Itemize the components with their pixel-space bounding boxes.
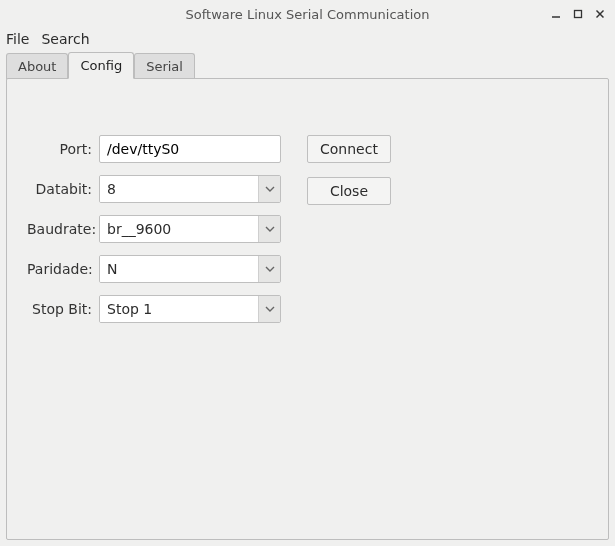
close-icon[interactable] bbox=[593, 7, 607, 21]
close-button[interactable]: Close bbox=[307, 177, 391, 205]
baudrate-value: br__9600 bbox=[100, 216, 258, 242]
parity-value: N bbox=[100, 256, 258, 282]
button-label: Connect bbox=[320, 141, 378, 157]
port-label: Port: bbox=[27, 141, 92, 157]
titlebar-controls bbox=[549, 0, 607, 28]
menubar: File Search bbox=[0, 28, 615, 50]
menu-file[interactable]: File bbox=[6, 31, 29, 47]
parity-select[interactable]: N bbox=[99, 255, 281, 283]
action-buttons: Connect Close bbox=[307, 135, 391, 323]
connect-button[interactable]: Connect bbox=[307, 135, 391, 163]
chevron-down-icon[interactable] bbox=[258, 176, 280, 202]
tab-about[interactable]: About bbox=[6, 53, 68, 79]
tab-label: About bbox=[18, 59, 56, 74]
chevron-down-icon[interactable] bbox=[258, 256, 280, 282]
button-label: Close bbox=[330, 183, 368, 199]
tab-label: Serial bbox=[146, 59, 183, 74]
titlebar: Software Linux Serial Communication bbox=[0, 0, 615, 28]
config-form: Port: Databit: 8 Baudrate: br__96 bbox=[7, 79, 608, 343]
baudrate-label: Baudrate: bbox=[27, 221, 92, 237]
databit-select[interactable]: 8 bbox=[99, 175, 281, 203]
row-baudrate: Baudrate: br__9600 bbox=[27, 215, 281, 243]
stopbit-label: Stop Bit: bbox=[27, 301, 92, 317]
window-title: Software Linux Serial Communication bbox=[186, 7, 430, 22]
form-fields: Port: Databit: 8 Baudrate: br__96 bbox=[27, 135, 281, 323]
parity-label: Paridade: bbox=[27, 261, 92, 277]
tabbar: About Config Serial bbox=[0, 50, 615, 78]
stopbit-select[interactable]: Stop 1 bbox=[99, 295, 281, 323]
tab-label: Config bbox=[80, 58, 122, 73]
chevron-down-icon[interactable] bbox=[258, 216, 280, 242]
tab-config[interactable]: Config bbox=[68, 52, 134, 79]
databit-label: Databit: bbox=[27, 181, 92, 197]
maximize-icon[interactable] bbox=[571, 7, 585, 21]
tab-serial[interactable]: Serial bbox=[134, 53, 195, 79]
row-stopbit: Stop Bit: Stop 1 bbox=[27, 295, 281, 323]
row-parity: Paridade: N bbox=[27, 255, 281, 283]
app-window: Software Linux Serial Communication File… bbox=[0, 0, 615, 546]
port-input[interactable] bbox=[99, 135, 281, 163]
row-databit: Databit: 8 bbox=[27, 175, 281, 203]
chevron-down-icon[interactable] bbox=[258, 296, 280, 322]
tab-content: Port: Databit: 8 Baudrate: br__96 bbox=[6, 78, 609, 540]
stopbit-value: Stop 1 bbox=[100, 296, 258, 322]
menu-search[interactable]: Search bbox=[41, 31, 89, 47]
baudrate-select[interactable]: br__9600 bbox=[99, 215, 281, 243]
databit-value: 8 bbox=[100, 176, 258, 202]
svg-rect-1 bbox=[575, 11, 582, 18]
row-port: Port: bbox=[27, 135, 281, 163]
minimize-icon[interactable] bbox=[549, 7, 563, 21]
